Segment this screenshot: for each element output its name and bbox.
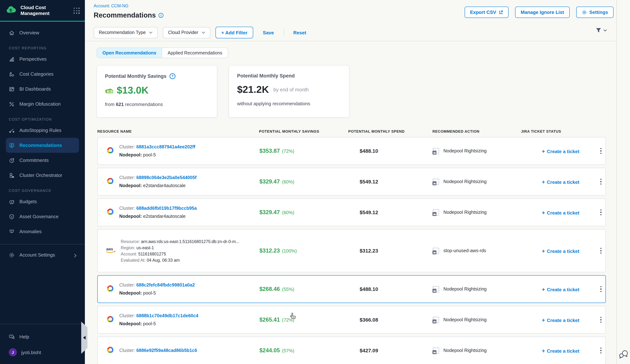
row-menu-button[interactable] [599,346,603,355]
rightsizing-action-icon [433,248,439,254]
savings-cell: $244.05(57%) [260,347,360,354]
sidebar-item-help[interactable]: ? Help [0,329,85,344]
overview-icon [9,30,15,36]
create-ticket-link[interactable]: +Create a ticket [542,286,599,292]
create-ticket-link[interactable]: +Create a ticket [542,248,599,254]
asset-governance-icon: $ [9,214,15,219]
export-csv-button[interactable]: Export CSV [464,6,508,18]
resource-cell: Cluster: 68898c064e3e2ba0e544005fNodepoo… [98,175,260,188]
page-title: Recommendations [94,11,164,19]
save-filter-link[interactable]: Save [263,30,274,35]
sidebar-item-anomalies[interactable]: Anomalies [0,224,85,239]
create-ticket-link[interactable]: +Create a ticket [542,179,599,185]
rightsizing-action-icon [433,209,439,215]
svg-text:$: $ [11,200,12,203]
support-chat-icon[interactable] [618,350,628,359]
budgets-icon: $ [9,199,15,204]
manage-ignore-list-button[interactable]: Manage Ignore List [515,6,570,18]
sidebar-item-label: Cluster Orchestrator [20,173,62,178]
sidebar-item-bi-dashboards[interactable]: BI Dashboards [0,81,85,96]
table-row[interactable]: Cluster: 68898c064e3e2ba0e544005fNodepoo… [97,168,606,195]
plus-icon: + [542,209,545,215]
create-ticket-link[interactable]: +Create a ticket [542,317,599,323]
action-label: Nodepool Rightsizing [444,210,486,215]
user-menu[interactable]: J jyoti.bisht [0,344,85,360]
sidebar-item-account-settings[interactable]: Account Settings [0,247,85,262]
sidebar-item-margin-obfuscation[interactable]: Margin Obfuscation [0,96,85,111]
row-menu-button[interactable] [599,147,603,155]
cloud-provider-filter[interactable]: Cloud Provider [163,27,210,38]
sidebar-item-overview[interactable]: Overview [0,25,85,40]
settings-button[interactable]: Settings [576,6,614,18]
chevron-down-icon [202,31,205,34]
reset-filter-link[interactable]: Reset [294,30,306,35]
savings-card-title: Potential Monthly Savings [105,73,166,79]
breadcrumb[interactable]: Account: CCM-NG [94,4,164,8]
tab-open-recommendations[interactable]: Open Recommendations [97,48,162,58]
cluster-link[interactable]: 688add6fb019b17f9bccb95a [136,206,197,211]
sidebar-item-cost-categories[interactable]: Cost Categories [0,66,85,81]
provider-icon-wrap [106,285,114,293]
cluster-link[interactable]: 6881a3ccc887941a4ee202ff [136,144,195,150]
plus-icon: + [542,317,545,323]
recommendations-tabs: Open Recommendations Applied Recommendat… [96,47,228,58]
sidebar-item-recommendations[interactable]: Recommendations [6,138,79,153]
row-menu-button[interactable] [599,246,603,255]
nav-section-label: COST OPTIMIZATION [9,117,85,121]
module-grid-icon[interactable] [74,8,80,14]
savings-percent: (60%) [282,180,294,184]
resource-line: Region: us-east-1 [121,245,239,250]
cluster-link[interactable]: 6888b1c70e49db17c1de60c4 [136,313,198,318]
perspectives-icon [9,56,15,62]
spend-cell: $488.10 [360,148,433,154]
resource-line: Cluster: 6886e92f59a48cad86b5b1c6 [119,348,197,353]
row-menu-button[interactable] [599,208,603,217]
resource-line: Resource: arn:aws:rds:us-east-1:51161680… [121,239,239,244]
aws-icon: aws [106,246,116,253]
sidebar-item-label: Margin Obfuscation [20,101,60,107]
table-row[interactable]: Cluster: 6888b1c70e49db17c1de60c4Nodepoo… [97,306,606,334]
gear-icon [582,10,587,15]
sidebar-item-cluster-orchestrator[interactable]: Cluster Orchestrator [0,168,85,183]
cluster-link[interactable]: 68898c064e3e2ba0e544005f [136,175,197,180]
recommendation-type-filter[interactable]: Recommendation Type [94,27,158,38]
filter-panel-toggle[interactable] [596,27,607,33]
savings-subtitle: from 621 recommendations [105,102,209,107]
table-row[interactable]: Cluster: 6881a3ccc887941a4ee202ffNodepoo… [97,137,606,165]
chevron-right-icon [74,253,77,259]
create-ticket-link[interactable]: +Create a ticket [542,347,599,354]
resource-line: Cluster: 68898c064e3e2ba0e544005f [119,175,197,180]
cluster-link[interactable]: 688c2fefc84fbdc99801a0a2 [136,283,195,288]
table-row[interactable]: Cluster: 688c2fefc84fbdc99801a0a2Nodepoo… [97,275,606,303]
sidebar-item-commitments[interactable]: Commitments [0,153,85,168]
table-row[interactable]: Cluster: 6886e92f59a48cad86b5b1c6$244.05… [97,337,606,364]
sidebar-item-autostopping-rules[interactable]: AutoStopping Rules [0,123,85,138]
info-icon[interactable] [158,13,164,18]
row-menu-button[interactable] [599,315,603,324]
savings-cell: $329.47(60%) [260,178,360,185]
resource-line: Evaluated At: 04 Aug, 06:33 am [121,258,239,262]
table-row[interactable]: aws Resource: arn:aws:rds:us-east-1:5116… [97,229,606,272]
question-icon[interactable]: ? [170,73,176,79]
bi-dashboards-icon [9,86,15,92]
gcp-icon [106,208,114,215]
savings-cell: $312.23(100%) [260,247,360,254]
add-filter-button[interactable]: + Add Filter [216,27,253,38]
resource-cell: Cluster: 6881a3ccc887941a4ee202ffNodepoo… [98,144,260,158]
table-row[interactable]: Cluster: 688add6fb019b17f9bccb95aNodepoo… [97,198,606,226]
cluster-link[interactable]: 6886e92f59a48cad86b5b1c6 [136,348,197,353]
rightsizing-action-icon [433,317,439,323]
action-label: Nodepool Rightsizing [444,348,486,353]
sidebar-item-perspectives[interactable]: Perspectives [0,51,85,66]
create-ticket-link[interactable]: +Create a ticket [542,148,599,154]
sidebar-item-budgets[interactable]: $Budgets [0,194,85,209]
margin-obfuscation-icon [9,101,15,107]
recommended-action-cell: Nodepool Rightsizing [433,347,542,354]
sidebar-item-asset-governance[interactable]: $Asset Governance [0,209,85,224]
svg-text:aws: aws [106,247,113,251]
row-menu-button[interactable] [599,177,603,186]
create-ticket-link[interactable]: +Create a ticket [542,209,599,215]
sidebar-item-label: Asset Governance [20,214,58,219]
row-menu-button[interactable] [599,285,603,293]
tab-applied-recommendations[interactable]: Applied Recommendations [162,48,228,58]
